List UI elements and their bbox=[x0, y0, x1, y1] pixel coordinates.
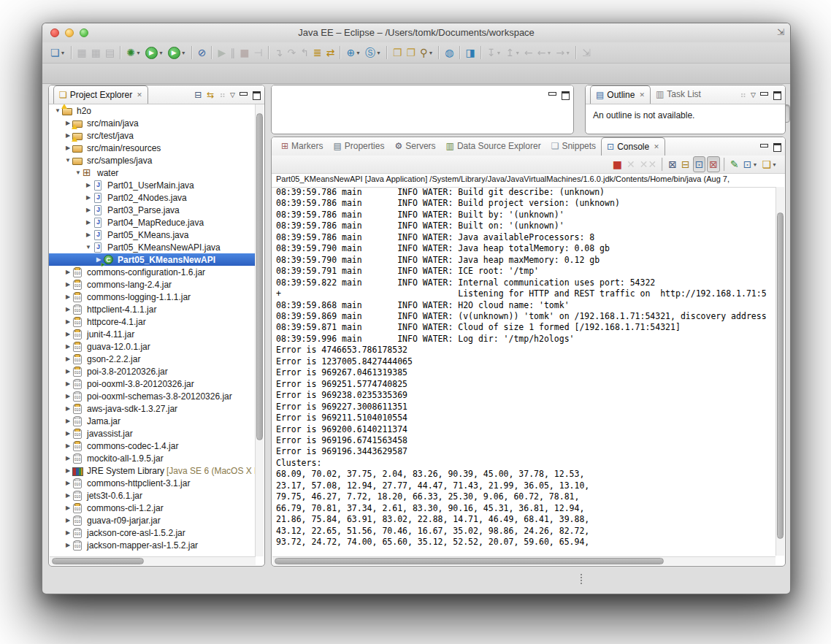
disclosure-triangle-icon[interactable]: ▼ bbox=[64, 157, 72, 164]
run-icon[interactable]: ▶▼ bbox=[144, 45, 165, 61]
scrollbar-thumb[interactable] bbox=[275, 558, 664, 564]
tree-item-jackson-mapper-asl-1-5-2-jar[interactable]: ▶jackson-mapper-asl-1.5.2.jar bbox=[49, 539, 256, 551]
new-web-service-client-icon[interactable]: Ⓢ▼ bbox=[364, 45, 383, 61]
tree-item-guava-r09-jarjar-jar[interactable]: ▶guava-r09-jarjar.jar bbox=[49, 514, 256, 526]
minimize-icon[interactable] bbox=[759, 142, 769, 151]
tree-item-poi-3-8-20120326-jar[interactable]: ▶poi-3.8-20120326.jar bbox=[49, 365, 256, 377]
tree-item-httpcore-4-1-jar[interactable]: ▶httpcore-4.1.jar bbox=[49, 315, 256, 328]
disclosure-triangle-icon[interactable]: ▶ bbox=[64, 492, 72, 499]
maximize-icon[interactable] bbox=[561, 91, 570, 99]
search-icon[interactable]: ⚲▼ bbox=[418, 45, 434, 61]
tree-item-jama-jar[interactable]: ▶Jama.jar bbox=[49, 415, 256, 427]
terminate-icon[interactable]: ■ bbox=[611, 156, 624, 172]
tab-console[interactable]: ⊡Console✕ bbox=[601, 137, 665, 156]
disclosure-triangle-icon[interactable]: ▶ bbox=[64, 294, 72, 300]
disclosure-triangle-icon[interactable]: ▶ bbox=[64, 281, 72, 288]
tree-item-javassist-jar[interactable]: ▶javassist.jar bbox=[49, 427, 256, 440]
tree-item-gson-2-2-2-jar[interactable]: ▶gson-2.2.2.jar bbox=[49, 353, 256, 365]
tree-item-src-test-java[interactable]: ▶src/test/java bbox=[49, 129, 256, 142]
tree-item-src-main-resources[interactable]: ▶src/main/resources bbox=[49, 142, 256, 154]
pin-console-icon[interactable]: ✎ bbox=[729, 156, 740, 172]
view-menu-icon[interactable]: ▽ bbox=[230, 91, 235, 99]
title-bar[interactable]: Java EE – Eclipse – /Users/tomk/Document… bbox=[42, 23, 790, 43]
tree-item-part02-4nodes-java[interactable]: ▶Part02_4Nodes.java bbox=[49, 191, 256, 204]
import-icon[interactable]: ❐ bbox=[391, 45, 404, 61]
tree-item-aws-java-sdk-1-3-27-jar[interactable]: ▶aws-java-sdk-1.3.27.jar bbox=[49, 402, 256, 415]
scrollbar-thumb[interactable] bbox=[777, 212, 784, 538]
tree-item-part05-kmeans-java[interactable]: ▶Part05_KMeans.java bbox=[49, 229, 256, 241]
console-output[interactable]: 08:39:59.786 main INFO WATER: Build git … bbox=[276, 187, 776, 556]
tree-item-src-main-java[interactable]: ▶src/main/java bbox=[49, 117, 256, 129]
tab-task-list[interactable]: ▥Task List bbox=[651, 85, 706, 103]
run-to-line-icon[interactable]: ≣ bbox=[312, 45, 323, 61]
console-hscrollbar[interactable] bbox=[272, 556, 776, 565]
close-icon[interactable]: ✕ bbox=[639, 91, 645, 99]
collapse-all-icon[interactable]: ⊟ bbox=[194, 90, 202, 100]
tree-item-part04-mapreduce-java[interactable]: ▶Part04_MapReduce.java bbox=[49, 216, 256, 229]
tab-servers[interactable]: ⚙Servers bbox=[389, 137, 440, 155]
disclosure-triangle-icon[interactable]: ▶ bbox=[64, 405, 72, 412]
explorer-hscrollbar[interactable] bbox=[50, 556, 256, 565]
tree-item-commons-cli-1-2-jar[interactable]: ▶commons-cli-1.2.jar bbox=[49, 502, 256, 514]
tree-item-commons-httpclient-3-1-jar[interactable]: ▶commons-httpclient-3.1.jar bbox=[49, 477, 256, 489]
tree-item-httpclient-4-1-1-jar[interactable]: ▶httpclient-4.1.1.jar bbox=[49, 303, 256, 315]
fullscreen-icon[interactable]: ⇲ bbox=[777, 27, 784, 37]
tree-item-src-samples-java[interactable]: ▼src/samples/java bbox=[49, 154, 256, 166]
clear-console-icon[interactable]: ⊠ bbox=[667, 156, 678, 172]
show-console-stdout-icon[interactable]: ⊡ bbox=[693, 156, 706, 172]
disclosure-triangle-icon[interactable]: ▶ bbox=[64, 306, 72, 313]
run-external-tools-icon[interactable]: ▶▼ bbox=[166, 45, 188, 61]
tree-item-jackson-core-asl-1-5-2-jar[interactable]: ▶jackson-core-asl-1.5.2.jar bbox=[49, 526, 256, 539]
disclosure-triangle-icon[interactable]: ▶ bbox=[64, 505, 72, 511]
tree-item-h2o[interactable]: ▼h2o bbox=[49, 104, 256, 117]
disclosure-triangle-icon[interactable]: ▶ bbox=[64, 318, 72, 325]
debug-icon[interactable]: ✺▼ bbox=[125, 45, 142, 61]
run-on-server-icon[interactable]: ◨ bbox=[464, 45, 477, 61]
tree-item-commons-codec-1-4-jar[interactable]: ▶commons-codec-1.4.jar bbox=[49, 440, 256, 452]
maximize-icon[interactable] bbox=[773, 91, 782, 99]
open-console-icon[interactable]: ❏▼ bbox=[761, 156, 779, 172]
disclosure-triangle-icon[interactable]: ▶ bbox=[64, 467, 72, 474]
tree-item-mockito-all-1-9-5-jar[interactable]: ▶mockito-all-1.9.5.jar bbox=[49, 452, 256, 464]
disclosure-triangle-icon[interactable]: ▶ bbox=[64, 542, 72, 548]
tab-markers[interactable]: ⊞Markers bbox=[276, 137, 328, 155]
disclosure-triangle-icon[interactable]: ▶ bbox=[64, 455, 72, 461]
scroll-lock-icon[interactable]: ⊟ bbox=[680, 156, 692, 172]
disclosure-triangle-icon[interactable]: ▶ bbox=[64, 480, 72, 486]
tree-item-part03-parse-java[interactable]: ▶Part03_Parse.java bbox=[49, 204, 256, 216]
disclosure-triangle-icon[interactable]: ▶ bbox=[64, 145, 72, 151]
tree-item-commons-lang-2-4-jar[interactable]: ▶commons-lang-2.4.jar bbox=[49, 278, 256, 291]
drag-handle[interactable] bbox=[581, 574, 582, 586]
tree-item-jets3t-0-6-1-jar[interactable]: ▶jets3t-0.6.1.jar bbox=[49, 489, 256, 502]
export-icon[interactable]: ❐ bbox=[405, 45, 418, 61]
new-wizard-icon[interactable]: ❏▼ bbox=[49, 45, 67, 61]
scrollbar-thumb[interactable] bbox=[256, 113, 263, 440]
display-console-icon[interactable]: ⊡▼ bbox=[742, 156, 759, 172]
tree-item-part01-usermain-java[interactable]: ▶Part01_UserMain.java bbox=[49, 179, 256, 191]
link-with-editor-icon[interactable]: ⇆ bbox=[206, 90, 215, 100]
disclosure-triangle-icon[interactable]: ▶ bbox=[64, 442, 72, 449]
new-web-service-icon[interactable]: ⊕▼ bbox=[345, 45, 362, 61]
tree-item-part05-kmeansnewapi[interactable]: ▶Part05_KMeansNewAPI bbox=[49, 253, 256, 266]
console-vscrollbar[interactable] bbox=[776, 187, 784, 556]
disclosure-triangle-icon[interactable]: ▶ bbox=[84, 231, 93, 238]
disclosure-triangle-icon[interactable]: ▼ bbox=[84, 244, 93, 250]
view-menu-icon[interactable]: ▽ bbox=[751, 91, 756, 99]
minimize-icon[interactable] bbox=[759, 91, 769, 99]
tab-properties[interactable]: ▤Properties bbox=[328, 137, 389, 155]
disclosure-triangle-icon[interactable]: ▶ bbox=[64, 380, 72, 387]
disclosure-triangle-icon[interactable]: ▶ bbox=[64, 529, 72, 536]
tree-item-commons-configuration-1-6-jar[interactable]: ▶commons-configuration-1.6.jar bbox=[49, 266, 256, 278]
tab-snippets[interactable]: ❏Snippets bbox=[546, 137, 601, 155]
disclosure-triangle-icon[interactable]: ▶ bbox=[64, 517, 72, 524]
disclosure-triangle-icon[interactable]: ▶ bbox=[64, 430, 72, 437]
scrollbar-thumb[interactable] bbox=[52, 558, 144, 564]
disclosure-triangle-icon[interactable]: ▶ bbox=[64, 393, 72, 399]
disclosure-triangle-icon[interactable]: ▶ bbox=[84, 182, 93, 188]
maximize-icon[interactable] bbox=[773, 142, 782, 151]
close-icon[interactable]: ✕ bbox=[654, 143, 659, 150]
use-step-filters-icon[interactable]: ⇄ bbox=[325, 45, 337, 61]
disclosure-triangle-icon[interactable]: ▼ bbox=[74, 169, 83, 176]
tree-item-junit-4-11-jar[interactable]: ▶junit-4.11.jar bbox=[49, 328, 256, 340]
disclosure-triangle-icon[interactable]: ▶ bbox=[64, 368, 72, 375]
